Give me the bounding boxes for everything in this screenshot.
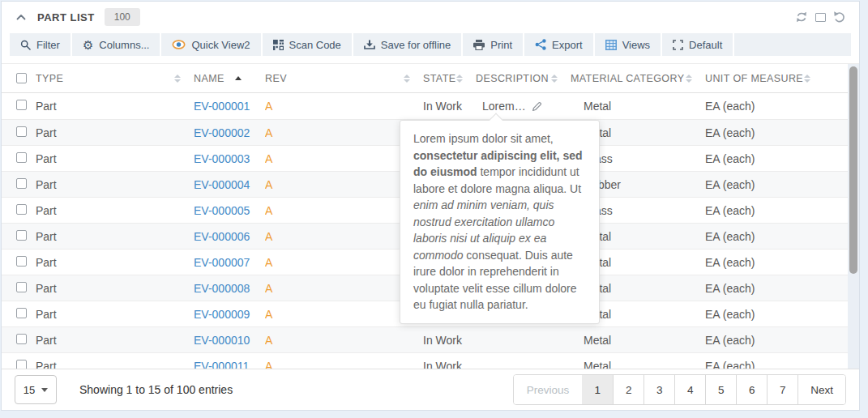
filter-button[interactable]: Filter	[10, 33, 71, 56]
rev-cell: A	[265, 360, 423, 369]
vertical-scrollbar-thumb[interactable]	[849, 66, 857, 274]
maximize-button[interactable]	[815, 13, 826, 22]
material-cell: Metal	[571, 334, 705, 347]
uom-cell: EA (each)	[705, 178, 848, 191]
page-number-button[interactable]: 4	[674, 375, 705, 404]
sort-icon	[686, 75, 692, 83]
type-cell: Part	[36, 360, 194, 369]
edit-pencil-icon[interactable]	[532, 101, 542, 112]
part-name-link[interactable]: EV-000003	[194, 152, 250, 165]
part-name-link[interactable]: EV-000010	[194, 334, 250, 347]
table-row: Part EV-000001 A In Work Lorem… Metal EA…	[2, 93, 848, 119]
material-cell: Metal	[571, 360, 705, 369]
share-icon	[535, 39, 546, 50]
sort-icon	[174, 75, 181, 83]
header-checkbox-cell	[2, 73, 36, 83]
column-header-name[interactable]: NAME	[194, 73, 265, 84]
page-number-button[interactable]: 2	[613, 375, 644, 404]
uom-cell: EA (each)	[705, 100, 848, 113]
row-checkbox[interactable]	[16, 100, 27, 110]
toolbar: Filter ⚙ Columns... Quick View2	[2, 32, 859, 63]
part-name-link[interactable]: EV-000006	[194, 230, 250, 243]
column-header-type[interactable]: TYPE	[36, 73, 194, 84]
part-name-link[interactable]: EV-000001	[194, 100, 250, 113]
quick-view-button[interactable]: Quick View2	[161, 33, 260, 56]
row-checkbox[interactable]	[16, 360, 27, 369]
part-name-link[interactable]: EV-000005	[194, 204, 250, 217]
page-number-button[interactable]: 7	[767, 375, 797, 404]
row-checkbox[interactable]	[16, 308, 27, 318]
printer-icon	[473, 40, 485, 50]
row-checkbox[interactable]	[16, 282, 27, 292]
save-offline-button[interactable]: Save for offline	[353, 33, 461, 56]
gear-icon: ⚙	[83, 39, 93, 51]
page-number-button[interactable]: 3	[644, 375, 674, 404]
page-number-button[interactable]: 6	[736, 375, 767, 404]
part-name-link[interactable]: EV-000004	[194, 178, 250, 191]
sort-icon	[551, 75, 558, 83]
chevron-down-icon	[41, 388, 48, 392]
uom-cell: EA (each)	[705, 230, 848, 243]
refresh-button[interactable]	[795, 11, 808, 23]
page-size-dropdown[interactable]: 15	[15, 375, 57, 404]
part-name-link[interactable]: EV-000011	[194, 360, 249, 369]
table-row: Part EV-000010 A In Work Metal EA (each)	[2, 326, 848, 352]
description-cell: Lorem…	[476, 100, 571, 113]
column-header-unit-of-measure[interactable]: UNIT OF MEASURE	[705, 73, 848, 84]
uom-cell: EA (each)	[705, 282, 848, 295]
row-checkbox[interactable]	[16, 256, 27, 267]
refresh-icon	[795, 11, 808, 23]
page-number-button[interactable]: 5	[705, 375, 736, 404]
select-all-checkbox[interactable]	[16, 73, 27, 83]
row-checkbox[interactable]	[16, 230, 27, 241]
part-name-link[interactable]: EV-000008	[194, 282, 250, 295]
pagination: Previous 1 2 3 4 5 6 7 Next	[513, 374, 846, 405]
uom-cell: EA (each)	[705, 256, 848, 269]
page-number-button[interactable]: 1	[582, 375, 613, 404]
column-header-rev[interactable]: REV	[265, 73, 423, 84]
columns-button[interactable]: ⚙ Columns...	[72, 33, 160, 56]
next-page-button[interactable]: Next	[797, 375, 845, 404]
undo-icon	[833, 11, 846, 23]
column-header-material-category[interactable]: MATERIAL CATEGORY	[571, 73, 705, 84]
restore-button[interactable]	[833, 11, 846, 23]
column-header-state[interactable]: STATE	[423, 73, 476, 84]
previous-page-button[interactable]: Previous	[514, 375, 583, 404]
tooltip-text: Lorem ipsum dolor sit amet, consectetur …	[413, 132, 583, 311]
part-list-panel: PART LIST 100	[1, 1, 860, 411]
scan-code-button[interactable]: Scan Code	[263, 33, 352, 56]
collapse-panel-button[interactable]	[15, 12, 28, 22]
part-name-link[interactable]: EV-000002	[194, 126, 250, 139]
sort-ascending-icon	[235, 76, 242, 80]
showing-entries-text: Showing 1 to 15 of 100 entries	[79, 383, 233, 396]
row-checkbox[interactable]	[16, 204, 27, 215]
row-checkbox[interactable]	[16, 334, 27, 344]
part-name-link[interactable]: EV-000007	[194, 256, 250, 269]
export-button[interactable]: Export	[524, 33, 593, 56]
rev-cell: A	[265, 334, 423, 347]
type-cell: Part	[36, 230, 194, 243]
print-button[interactable]: Print	[463, 33, 523, 56]
rev-cell: A	[265, 100, 423, 113]
type-cell: Part	[36, 282, 194, 295]
search-icon	[20, 40, 31, 50]
page-title: PART LIST	[37, 11, 95, 23]
row-checkbox[interactable]	[16, 126, 27, 137]
vertical-scrollbar-track[interactable]	[848, 64, 859, 369]
type-cell: Part	[36, 126, 194, 139]
default-view-button[interactable]: Default	[662, 33, 733, 56]
row-checkbox[interactable]	[16, 178, 27, 189]
table-grid-icon	[605, 40, 617, 50]
part-name-link[interactable]: EV-000009	[194, 308, 250, 321]
type-cell: Part	[36, 204, 194, 217]
chevron-up-icon	[16, 14, 26, 20]
count-badge: 100	[105, 8, 140, 26]
type-cell: Part	[36, 256, 194, 269]
type-cell: Part	[36, 152, 194, 165]
table-row: Part EV-000011 A In Work Metal EA (each)	[2, 352, 848, 369]
column-header-description[interactable]: DESCRIPTION	[476, 73, 571, 84]
state-cell: In Work	[423, 360, 476, 369]
row-checkbox[interactable]	[16, 152, 27, 163]
views-button[interactable]: Views	[595, 33, 661, 56]
download-icon	[364, 40, 375, 50]
